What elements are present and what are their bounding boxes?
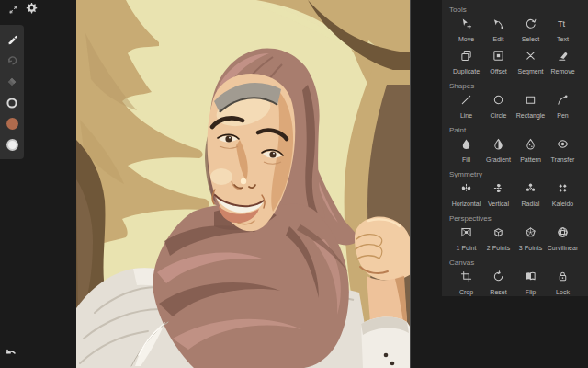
- tool-fill[interactable]: Fill: [450, 136, 482, 168]
- symmetry-vertical-icon: [492, 182, 504, 194]
- tool-perspective-3points[interactable]: 3 Points: [514, 224, 547, 257]
- section-grid: CropResetFlipLock: [442, 269, 588, 296]
- eraser-tool[interactable]: [3, 73, 21, 91]
- tool-pen[interactable]: Pen: [547, 92, 579, 124]
- tool-segment[interactable]: Segment: [514, 48, 547, 80]
- section-grid: MoveEditSelectTtTextDuplicateOffsetSegme…: [442, 16, 588, 80]
- drawing-toolbar: [0, 25, 24, 159]
- tool-label: Text: [557, 36, 569, 42]
- reset-icon: [492, 270, 504, 282]
- remove-icon: [557, 50, 569, 62]
- tool-label: 1 Point: [457, 245, 477, 251]
- tool-duplicate[interactable]: Duplicate: [450, 48, 482, 80]
- tool-perspective-1point[interactable]: 1 Point: [450, 224, 482, 257]
- select-icon: [525, 17, 537, 29]
- tool-label: Segment: [517, 68, 543, 75]
- stroke-ring-tool[interactable]: [3, 94, 21, 112]
- tool-move[interactable]: Move: [450, 16, 482, 48]
- tool-label: Curvilinear: [548, 245, 578, 251]
- section-title-canvas: Canvas: [442, 257, 588, 269]
- section-title-perspectives: Perspectives: [442, 213, 588, 224]
- tool-label: 2 Points: [487, 245, 510, 251]
- perspective-1point-icon: [460, 226, 472, 238]
- tool-edit[interactable]: Edit: [482, 16, 514, 48]
- tool-pattern[interactable]: Pattern: [514, 136, 547, 168]
- color-swatch-secondary[interactable]: [3, 136, 21, 155]
- tool-remove[interactable]: Remove: [547, 48, 579, 80]
- tool-perspective-curvilinear[interactable]: Curvilinear: [547, 224, 579, 257]
- tool-text[interactable]: TtText: [547, 16, 579, 48]
- tool-label: Lock: [556, 289, 570, 295]
- perspective-2points-icon: [492, 226, 504, 238]
- tool-label: Offset: [490, 68, 507, 75]
- tool-reset[interactable]: Reset: [482, 269, 514, 296]
- circle-icon: [492, 94, 504, 106]
- symmetry-radial-icon: [525, 182, 537, 194]
- tool-circle[interactable]: Circle: [482, 92, 514, 124]
- tool-label: Remove: [550, 68, 574, 75]
- tool-label: Transfer: [551, 156, 575, 163]
- pen-icon: [557, 94, 569, 106]
- tool-label: Fill: [462, 156, 470, 163]
- perspective-3points-icon: [525, 226, 537, 238]
- color-swatch-primary[interactable]: [3, 115, 21, 133]
- section-grid: FillGradientPatternTransfer: [442, 136, 588, 168]
- canvas-artwork[interactable]: [76, 0, 411, 368]
- rectangle-icon: [525, 94, 537, 106]
- section-title-symmetry: Symmetry: [442, 168, 588, 180]
- tool-label: Vertical: [488, 201, 509, 207]
- tool-label: Kaleido: [552, 201, 573, 207]
- tool-lock[interactable]: Lock: [547, 269, 579, 296]
- tool-flip[interactable]: Flip: [514, 269, 547, 296]
- tool-offset[interactable]: Offset: [482, 48, 514, 80]
- segment-icon: [525, 50, 537, 62]
- tool-symmetry-vertical[interactable]: Vertical: [482, 180, 514, 213]
- tool-label: Circle: [491, 112, 507, 119]
- tool-gradient[interactable]: Gradient: [482, 136, 514, 168]
- tool-label: Pen: [557, 112, 568, 119]
- tools-panel: ToolsMoveEditSelectTtTextDuplicateOffset…: [442, 0, 588, 296]
- undo-arrow-icon[interactable]: [5, 347, 19, 362]
- move-icon: [460, 17, 472, 29]
- fill-icon: [460, 138, 472, 150]
- tool-label: Pattern: [520, 156, 541, 163]
- gradient-icon: [492, 138, 504, 150]
- tool-line[interactable]: Line: [450, 92, 482, 124]
- tool-label: Edit: [492, 36, 503, 42]
- tool-label: 3 Points: [519, 245, 542, 251]
- tool-label: Select: [522, 36, 539, 42]
- settings-gear-icon[interactable]: [25, 2, 38, 15]
- section-title-paint: Paint: [442, 124, 588, 136]
- collapse-icon[interactable]: [6, 3, 19, 16]
- svg-text:Tt: Tt: [558, 19, 566, 29]
- tool-label: Rectangle: [516, 112, 546, 119]
- tool-symmetry-horizontal[interactable]: Horizontal: [450, 180, 482, 213]
- symmetry-horizontal-icon: [460, 182, 472, 194]
- tool-transfer[interactable]: Transfer: [547, 136, 579, 168]
- pencil-tool[interactable]: [3, 30, 21, 49]
- duplicate-icon: [460, 50, 472, 62]
- pattern-icon: [525, 138, 537, 150]
- tool-perspective-2points[interactable]: 2 Points: [482, 224, 514, 257]
- tool-select[interactable]: Select: [514, 16, 547, 48]
- tools-panel-sections: ToolsMoveEditSelectTtTextDuplicateOffset…: [442, 4, 588, 296]
- section-title-shapes: Shapes: [442, 80, 588, 92]
- line-icon: [460, 94, 472, 106]
- symmetry-kaleido-icon: [557, 182, 569, 194]
- tool-label: Reset: [490, 289, 506, 295]
- edit-icon: [492, 17, 504, 29]
- tool-symmetry-radial[interactable]: Radial: [514, 180, 547, 213]
- tool-label: Radial: [522, 201, 540, 207]
- redo-tool[interactable]: [3, 52, 21, 70]
- flip-icon: [525, 270, 537, 282]
- tool-crop[interactable]: Crop: [450, 269, 482, 296]
- perspective-curvilinear-icon: [557, 226, 569, 238]
- tool-label: Move: [458, 36, 474, 42]
- crop-icon: [460, 270, 472, 282]
- tool-label: Gradient: [486, 156, 511, 163]
- section-grid: HorizontalVerticalRadialKaleido: [442, 180, 588, 213]
- tool-rectangle[interactable]: Rectangle: [514, 92, 547, 124]
- tool-label: Crop: [459, 289, 473, 295]
- text-icon: Tt: [557, 17, 569, 29]
- tool-symmetry-kaleido[interactable]: Kaleido: [547, 180, 579, 213]
